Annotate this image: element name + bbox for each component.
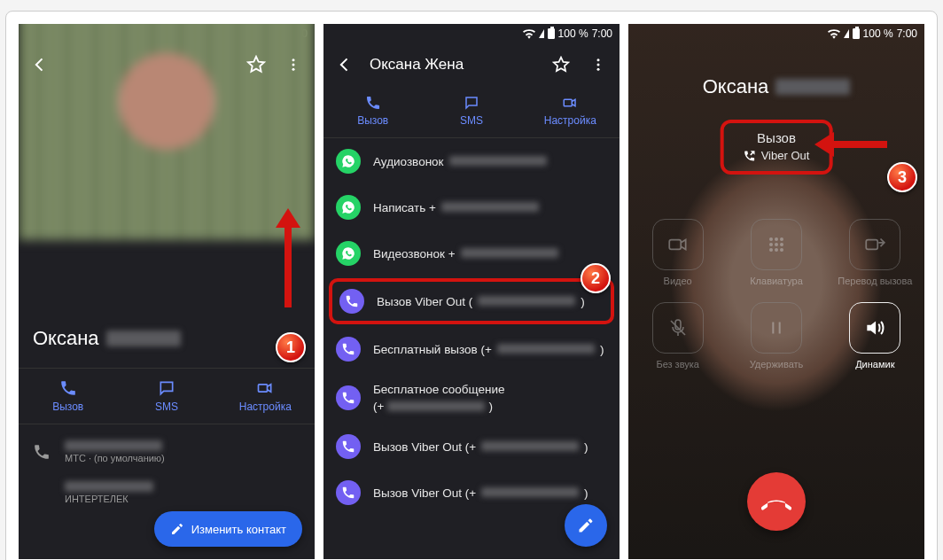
integration-row[interactable]: Бесплатное сообщение(+)	[323, 372, 620, 424]
phone-number-blurred	[449, 156, 547, 166]
action-video[interactable]: Настройка	[216, 369, 315, 424]
viber-icon	[336, 385, 361, 410]
keypad-icon	[766, 234, 787, 255]
action-video-label: Настройка	[239, 401, 292, 413]
sms-icon	[464, 95, 479, 111]
clock-text: 7:00	[897, 27, 917, 40]
call-status-label: Вызов	[744, 130, 810, 145]
svg-rect-8	[669, 240, 681, 250]
action-call[interactable]: Вызов	[323, 86, 422, 137]
action-sms[interactable]: SMS	[422, 86, 520, 137]
viber-out-row-highlighted[interactable]: Вызов Viber Out ()	[329, 278, 614, 324]
sms-icon	[158, 379, 175, 397]
phone-number-blurred	[481, 487, 579, 497]
pencil-icon	[577, 517, 595, 534]
svg-point-14	[780, 243, 783, 246]
star-icon[interactable]	[549, 52, 573, 77]
action-call-label: Вызов	[52, 401, 83, 413]
svg-point-4	[597, 58, 600, 61]
call-video-button[interactable]: Видео	[628, 219, 727, 286]
action-sms-label: SMS	[155, 401, 178, 413]
videocam-icon	[562, 95, 578, 111]
integration-row[interactable]: Написать +	[323, 184, 620, 230]
call-speaker-label: Динамик	[855, 359, 894, 369]
speaker-icon	[863, 316, 886, 339]
svg-point-9	[769, 237, 773, 241]
videocam-icon	[666, 233, 690, 256]
action-sms-label: SMS	[460, 114, 483, 127]
status-bar: 100 % 7:00	[628, 24, 924, 43]
phone-number-blurred	[478, 296, 575, 306]
row-label: Аудиозвонок	[373, 155, 444, 168]
call-controls: Видео Клавиатура Перевод вызова Без звук…	[628, 219, 924, 369]
action-call[interactable]: Вызов	[19, 369, 117, 424]
call-transfer-button[interactable]: Перевод вызова	[826, 219, 924, 286]
call-mute-label: Без звука	[656, 359, 699, 369]
svg-rect-7	[565, 99, 573, 106]
edit-contact-label: Изменить контакт	[191, 523, 286, 536]
contact-numbers: МТС · (по умолчанию) ИНТЕРТЕЛЕК	[19, 432, 315, 513]
carrier-label: ИНТЕРТЕЛЕК	[65, 494, 153, 504]
battery-icon	[548, 28, 555, 39]
contact-number-row[interactable]: МТС · (по умолчанию)	[19, 432, 315, 472]
more-icon[interactable]	[586, 52, 611, 77]
pencil-icon	[170, 522, 184, 536]
integration-row[interactable]: Видеозвонок +	[323, 230, 620, 276]
clock-text: 7:00	[592, 27, 612, 40]
videocam-icon	[256, 379, 274, 397]
whatsapp-icon	[336, 241, 361, 266]
edit-contact-fab[interactable]: Изменить контакт	[154, 511, 302, 547]
contact-name-row: Оксана	[33, 327, 181, 350]
integration-row[interactable]: Бесплатный вызов (+)	[323, 326, 620, 372]
call-video-label: Видео	[664, 276, 692, 286]
back-icon[interactable]	[27, 52, 52, 77]
step-badge-3: 3	[887, 162, 917, 192]
viber-icon	[339, 289, 364, 314]
contact-last-name-blurred	[106, 331, 181, 346]
star-icon[interactable]	[244, 52, 269, 77]
call-hold-button[interactable]: Удерживать	[727, 302, 825, 369]
whatsapp-icon	[336, 195, 361, 220]
phone-panel-2: 100 % 7:00 Оксана Жена Вызов SMS	[323, 24, 620, 559]
svg-point-16	[775, 248, 778, 252]
more-icon[interactable]	[281, 52, 306, 77]
svg-point-11	[780, 237, 783, 241]
phone-number-blurred	[65, 440, 162, 451]
integration-list: АудиозвонокНаписать +Видеозвонок +Вызов …	[323, 138, 620, 516]
back-icon[interactable]	[332, 52, 357, 77]
phone-icon	[59, 379, 77, 397]
action-sms[interactable]: SMS	[117, 369, 215, 424]
svg-rect-18	[867, 240, 878, 250]
phone-icon	[33, 443, 51, 461]
viber-icon	[336, 480, 361, 505]
call-hold-label: Удерживать	[750, 359, 804, 369]
svg-point-1	[292, 64, 295, 66]
arrow-up-icon	[276, 208, 300, 307]
end-call-button[interactable]	[747, 472, 806, 531]
tutorial-frame: 100 % 7:00 Оксана Вызов	[5, 11, 938, 560]
phone-number-blurred	[441, 202, 539, 212]
viber-icon	[336, 434, 361, 459]
row-label: Бесплатный вызов (+	[373, 343, 492, 356]
action-video[interactable]: Настройка	[521, 86, 620, 137]
call-mute-button[interactable]: Без звука	[628, 302, 727, 369]
pause-icon	[767, 318, 786, 338]
row-label: Написать +	[373, 201, 436, 214]
battery-icon	[853, 28, 860, 39]
edit-contact-fab[interactable]	[565, 504, 607, 547]
svg-point-0	[292, 58, 295, 61]
integration-row[interactable]: Вызов Viber Out (+)	[323, 424, 620, 470]
phone-panel-3: 100 % 7:00 Оксана Вызов Viber Out Видео	[628, 24, 924, 559]
transfer-icon	[863, 233, 886, 256]
contact-number-row[interactable]: ИНТЕРТЕЛЕК	[19, 472, 315, 513]
arrow-left-icon	[814, 132, 887, 157]
call-keypad-button[interactable]: Клавиатура	[727, 219, 825, 286]
wifi-icon	[828, 29, 840, 39]
integration-row[interactable]: Аудиозвонок	[323, 138, 620, 184]
contact-header: Оксана Жена	[323, 43, 620, 86]
step-badge-2: 2	[581, 263, 611, 293]
call-speaker-button[interactable]: Динамик	[826, 302, 924, 369]
row-label: Вызов Viber Out (	[377, 295, 472, 308]
contact-last-name-blurred	[775, 79, 850, 95]
contact-header	[19, 43, 315, 86]
